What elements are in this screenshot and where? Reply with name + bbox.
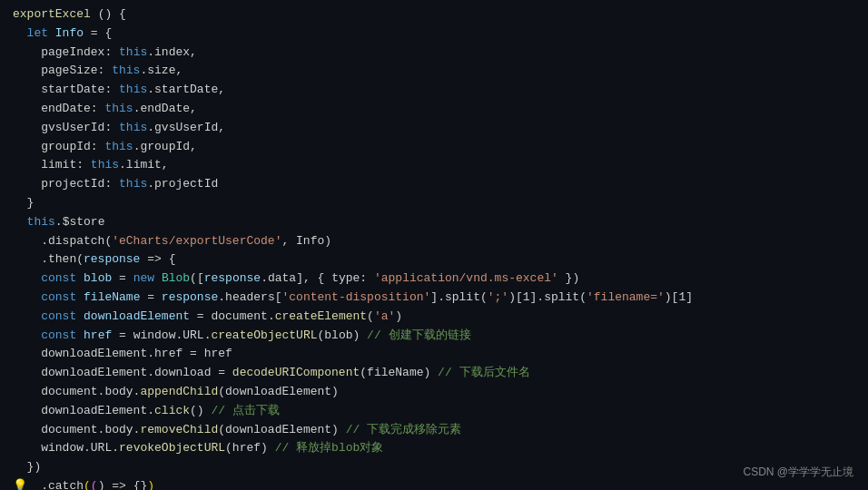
token-kw-const: const bbox=[41, 270, 84, 289]
code-line: endDate: this.endDate, bbox=[9, 100, 868, 119]
watermark-text: CSDN @学学学无止境 bbox=[743, 464, 853, 481]
token-this-kw: this bbox=[119, 119, 147, 138]
token-plain: pageSize: bbox=[13, 62, 112, 81]
token-plain: .headers[ bbox=[218, 289, 281, 308]
token-plain: window.URL. bbox=[13, 439, 119, 458]
token-plain: ) => {} bbox=[98, 477, 148, 490]
token-plain: downloadElement. bbox=[13, 402, 154, 421]
token-plain: downloadElement.download = bbox=[13, 364, 232, 383]
code-line: this.$store bbox=[9, 213, 868, 232]
token-plain: )[1].split( bbox=[508, 289, 587, 308]
token-this-kw: this bbox=[27, 213, 55, 232]
token-method: revokeObjectURL bbox=[119, 439, 225, 458]
token-plain: () bbox=[190, 402, 211, 421]
code-line: const blob = new Blob([response.data], {… bbox=[9, 270, 868, 289]
token-plain bbox=[13, 213, 27, 232]
code-line: window.URL.revokeObjectURL(href) // 释放掉b… bbox=[9, 439, 868, 458]
token-plain: .gvsUserId, bbox=[147, 119, 225, 138]
token-string: 'filename=' bbox=[587, 289, 665, 308]
token-plain: startDate: bbox=[13, 81, 119, 100]
token-string: 'application/vnd.ms-excel' bbox=[374, 270, 558, 289]
token-kw-const: const bbox=[41, 289, 84, 308]
token-this-kw: this bbox=[104, 100, 133, 119]
token-bracket2: ( bbox=[91, 477, 98, 490]
code-editor: exportExcel () { let Info = { pageIndex:… bbox=[0, 0, 868, 490]
code-line: limit: this.limit, bbox=[9, 156, 868, 175]
token-bracket: ) bbox=[147, 477, 154, 490]
token-plain bbox=[13, 270, 41, 289]
code-line: } bbox=[9, 194, 868, 213]
code-line: let Info = { bbox=[9, 24, 868, 44]
token-plain: .then( bbox=[13, 250, 84, 270]
code-line: pageSize: this.size, bbox=[9, 62, 868, 81]
token-plain: document.body. bbox=[13, 421, 140, 440]
token-plain bbox=[13, 308, 41, 327]
token-plain: (href) bbox=[225, 439, 275, 458]
token-plain: downloadElement.href = href bbox=[13, 345, 232, 364]
token-comment: // 点击下载 bbox=[211, 402, 279, 421]
token-plain: pageIndex: bbox=[13, 44, 119, 63]
code-line: downloadElement.download = decodeURIComp… bbox=[9, 364, 868, 383]
token-plain: = { bbox=[84, 24, 112, 44]
token-string: 'content-disposition' bbox=[282, 289, 431, 308]
code-line: gvsUserId: this.gvsUserId, bbox=[9, 119, 868, 138]
token-param: response bbox=[162, 289, 218, 308]
token-this-kw: this bbox=[119, 175, 147, 194]
token-var-name: fileName bbox=[84, 289, 140, 308]
token-plain: document.body. bbox=[13, 383, 140, 402]
token-string: 'a' bbox=[374, 308, 395, 327]
token-class-name: Blob bbox=[162, 270, 190, 289]
token-var-name: Info bbox=[55, 24, 84, 44]
code-line: const href = window.URL.createObjectURL(… bbox=[9, 327, 868, 346]
token-plain: (downloadElement) bbox=[218, 383, 339, 402]
code-line: groupId: this.groupId, bbox=[9, 138, 868, 157]
code-line: 💡 .catch(() => {}) bbox=[9, 477, 868, 490]
token-var-name: downloadElement bbox=[84, 308, 190, 327]
token-string: 'eCharts/exportUserCode' bbox=[112, 232, 281, 251]
token-plain: = bbox=[140, 289, 161, 308]
token-kw-new: new bbox=[133, 270, 162, 289]
code-line: downloadElement.click() // 点击下载 bbox=[9, 402, 868, 421]
code-line: const fileName = response.headers['conte… bbox=[9, 289, 868, 308]
token-method: removeChild bbox=[140, 421, 218, 440]
token-plain: gvsUserId: bbox=[13, 119, 119, 138]
token-fn-name: exportExcel bbox=[13, 5, 91, 24]
token-param: response bbox=[204, 270, 261, 289]
token-this-kw: this bbox=[104, 138, 133, 157]
token-this-kw: this bbox=[112, 62, 140, 81]
code-line: startDate: this.startDate, bbox=[9, 81, 868, 100]
token-plain: .$store bbox=[55, 213, 105, 232]
token-bracket: ( bbox=[84, 477, 91, 490]
token-var-name: href bbox=[84, 327, 112, 346]
token-plain: .index, bbox=[147, 44, 197, 63]
token-comment: // 下载完成移除元素 bbox=[346, 421, 461, 440]
token-plain: endDate: bbox=[13, 100, 104, 119]
token-this-kw: this bbox=[119, 44, 147, 63]
code-line: }) bbox=[9, 458, 868, 477]
token-method: createObjectURL bbox=[211, 327, 317, 346]
token-comment: // 创建下载的链接 bbox=[367, 327, 470, 346]
token-plain: (fileName) bbox=[360, 364, 438, 383]
code-content: exportExcel () { let Info = { pageIndex:… bbox=[0, 0, 868, 490]
token-plain: .projectId bbox=[147, 175, 218, 194]
token-plain: .endDate, bbox=[133, 100, 197, 119]
token-plain: ( bbox=[367, 308, 374, 327]
token-plain: = bbox=[112, 270, 133, 289]
code-line: exportExcel () { bbox=[9, 5, 868, 24]
token-kw-const: const bbox=[41, 327, 84, 346]
token-plain bbox=[13, 327, 41, 346]
token-plain: ].split( bbox=[430, 289, 487, 308]
token-plain: )[1] bbox=[665, 289, 693, 308]
token-plain: .limit, bbox=[119, 156, 169, 175]
code-line: document.body.removeChild(downloadElemen… bbox=[9, 421, 868, 440]
code-line: const downloadElement = document.createE… bbox=[9, 308, 868, 327]
code-line: projectId: this.projectId bbox=[9, 175, 868, 194]
token-plain: projectId: bbox=[13, 175, 119, 194]
token-plain: .dispatch( bbox=[13, 232, 112, 251]
code-line: pageIndex: this.index, bbox=[9, 44, 868, 63]
code-line: .then(response => { bbox=[9, 250, 868, 270]
token-plain: = document. bbox=[190, 308, 275, 327]
token-plain: limit: bbox=[13, 156, 91, 175]
token-plain: () { bbox=[91, 5, 126, 24]
token-plain: (blob) bbox=[318, 327, 368, 346]
